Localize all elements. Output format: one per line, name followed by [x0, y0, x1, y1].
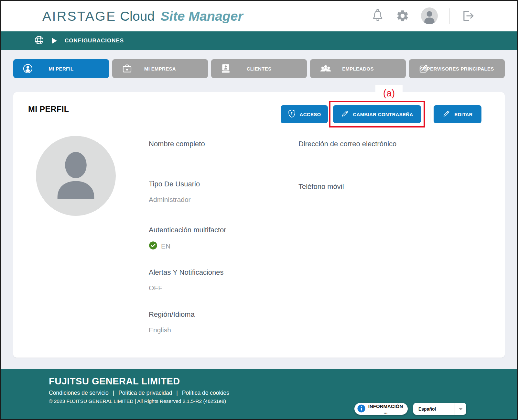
- field-telefono-movil: Teléfono móvil: [298, 182, 344, 198]
- page-title: MI PERFIL: [28, 105, 69, 114]
- tab-clientes[interactable]: CLIENTES: [211, 59, 307, 78]
- footer-copyright: © 2023 FUJITSU GENERAL LIMITED | All Rig…: [49, 398, 226, 404]
- tab-label: MI PERFIL: [49, 66, 74, 72]
- button-group-divider: [430, 105, 430, 123]
- field-value: OFF: [149, 284, 224, 292]
- check-circle-icon: [149, 241, 157, 251]
- annotation-highlight-box: CAMBIAR CONTRASEÑA: [329, 101, 425, 127]
- editar-button-label: EDITAR: [454, 112, 473, 117]
- footer-link-separator: |: [113, 390, 114, 396]
- airstage-logo: AIRSTAGE Cloud Site Manager: [42, 9, 243, 24]
- field-value: English: [149, 326, 195, 334]
- briefcase-icon: [121, 63, 133, 74]
- editar-button[interactable]: EDITAR: [434, 105, 481, 123]
- logout-button[interactable]: [461, 9, 475, 24]
- notifications-button[interactable]: [371, 9, 384, 24]
- tab-label: MI EMPRESA: [144, 66, 176, 72]
- settings-button[interactable]: [396, 9, 409, 24]
- link-politica-de-privacidad[interactable]: Política de privacidad: [118, 390, 172, 396]
- field-autenticacion-multifactor: Autenticación multifactor EN: [149, 226, 226, 251]
- field-region-idioma: Región/Idioma English: [149, 310, 195, 334]
- link-square-icon: [418, 63, 429, 74]
- field-alertas-notificaciones: Alertas Y Notificaciones OFF: [149, 268, 224, 292]
- field-label: Autenticación multifactor: [149, 226, 226, 234]
- tab-bar: MI PERFIL MI EMPRESA CLIENT: [13, 59, 505, 78]
- shield-icon: [288, 109, 296, 119]
- link-condiciones-de-servicio[interactable]: Condiciones de servicio: [49, 390, 109, 396]
- acceso-button-label: ACCESO: [300, 112, 321, 117]
- info-icon: [357, 404, 365, 414]
- footer-link-separator: |: [176, 390, 178, 396]
- avatar-icon: [421, 7, 438, 25]
- gear-icon: [396, 9, 409, 24]
- tab-empleados[interactable]: EMPLEADOS: [310, 59, 406, 78]
- account-button[interactable]: [421, 7, 438, 25]
- field-nombre-completo: Nombre completo: [149, 140, 205, 156]
- pencil-icon: [442, 110, 450, 119]
- people-icon: [319, 63, 332, 74]
- tab-mi-empresa[interactable]: MI EMPRESA: [112, 59, 208, 78]
- footer-company: FUJITSU GENERAL LIMITED: [49, 376, 180, 387]
- language-select-chevron-area: [455, 403, 466, 415]
- tab-label: SUPERVISORES PRINCIPALES: [420, 66, 494, 72]
- top-header: AIRSTAGE Cloud Site Manager: [1, 1, 517, 31]
- cambiar-contrasena-button-label: CAMBIAR CONTRASEÑA: [353, 112, 413, 117]
- field-value: EN: [161, 242, 170, 250]
- language-select[interactable]: Español: [413, 403, 466, 415]
- field-label: Teléfono móvil: [298, 182, 344, 191]
- field-label: Dirección de correo electrónico: [298, 140, 396, 148]
- language-select-value: Español: [413, 406, 455, 412]
- logout-icon: [461, 9, 475, 24]
- tab-label: CLIENTES: [247, 66, 272, 72]
- logo-cloud-text: Cloud: [120, 9, 155, 24]
- bell-icon: [371, 9, 384, 24]
- link-politica-de-cookies[interactable]: Política de cookies: [182, 390, 229, 396]
- page-footer: FUJITSU GENERAL LIMITED Condiciones de s…: [1, 369, 517, 419]
- field-label: Alertas Y Notificaciones: [149, 268, 224, 277]
- header-icon-group: [371, 1, 475, 31]
- field-label: Nombre completo: [149, 140, 205, 148]
- cambiar-contrasena-button[interactable]: CAMBIAR CONTRASEÑA: [333, 105, 421, 123]
- breadcrumb: CONFIGURACIONES: [65, 38, 124, 44]
- footer-links: Condiciones de servicio | Política de pr…: [49, 390, 229, 396]
- tab-label: EMPLEADOS: [342, 66, 374, 72]
- app-window: AIRSTAGE Cloud Site Manager: [0, 0, 518, 420]
- chevron-down-icon: [459, 408, 463, 410]
- profile-avatar: [36, 136, 116, 216]
- logo-product-text: Site Manager: [160, 9, 243, 24]
- header-divider: [449, 8, 450, 24]
- field-label: Tipo De Usuario: [149, 180, 200, 188]
- profile-card: MI PERFIL ACCESO CAMBIAR CONTRA: [13, 92, 505, 358]
- logo-airstage-text: AIRSTAGE: [42, 9, 116, 24]
- field-value: Administrador: [149, 196, 200, 204]
- id-badge-icon: [220, 63, 231, 74]
- informacion-button-label: INFORMACIÓN ...: [368, 403, 403, 414]
- acceso-button[interactable]: ACCESO: [281, 105, 328, 123]
- play-triangle-icon: [52, 38, 57, 44]
- pencil-icon: [341, 110, 349, 119]
- informacion-button[interactable]: INFORMACIÓN ...: [354, 403, 408, 415]
- person-circle-icon: [22, 63, 33, 74]
- breadcrumb-bar: CONFIGURACIONES: [1, 31, 517, 50]
- field-direccion-correo: Dirección de correo electrónico: [298, 140, 396, 156]
- field-tipo-de-usuario: Tipo De Usuario Administrador: [149, 180, 200, 204]
- tab-mi-perfil[interactable]: MI PERFIL: [13, 59, 109, 78]
- globe-icon: [34, 35, 44, 47]
- field-label: Región/Idioma: [149, 310, 195, 319]
- tab-supervisores-principales[interactable]: SUPERVISORES PRINCIPALES: [409, 59, 505, 78]
- annotation-a-label: (a): [375, 85, 403, 101]
